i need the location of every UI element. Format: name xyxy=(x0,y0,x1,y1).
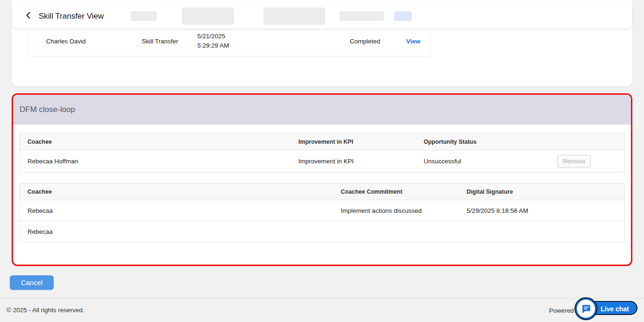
column-header-commitment: Coachee Commitment xyxy=(333,189,459,195)
status-cell: Completed xyxy=(350,37,380,44)
column-header-digital-signature: Digital Signature xyxy=(459,189,624,195)
column-header-coachee: Coachee xyxy=(20,139,291,145)
signature-cell: 5/29/2025 8:16:56 AM xyxy=(459,207,624,214)
coachee-cell: Rebecaa xyxy=(20,207,333,214)
session-date-cell: 5/21/2025 5:29:29 AM xyxy=(197,32,229,50)
column-header-opportunity-status: Opportunity Status xyxy=(416,139,549,145)
commitment-table-header-row: Coachee Coachee Commitment Digital Signa… xyxy=(19,183,625,200)
view-link[interactable]: View xyxy=(406,37,421,44)
cancel-button[interactable]: Cancel xyxy=(10,275,54,290)
coachee-cell: Rebecaa Hoffman xyxy=(20,158,291,165)
coach-name-cell: Charles David xyxy=(46,37,86,44)
kpi-table: Coachee Improvement in KPI Opportunity S… xyxy=(19,133,625,173)
table-row: Rebecaa Hoffman Improvement in KPI Unsuc… xyxy=(19,150,625,173)
column-header-kpi: Improvement in KPI xyxy=(291,139,415,145)
copyright-text: © 2025 - All rights reserved. xyxy=(7,307,84,314)
column-header-coachee: Coachee xyxy=(20,189,333,195)
obscured-action-header xyxy=(394,11,412,21)
page-header-bar: Skill Transfer View xyxy=(12,4,632,28)
commitment-cell: Implement actions discussed xyxy=(333,207,459,214)
chat-bubble-icon[interactable] xyxy=(575,298,596,319)
opportunity-status-cell: Unsuccessful xyxy=(416,158,549,165)
actions-cell: Remove xyxy=(549,155,624,168)
skill-transfer-table: Charles David Skill Transfer 5/21/2025 5… xyxy=(28,25,431,56)
kpi-cell: Improvement in KPI xyxy=(291,158,415,165)
obscured-column-header xyxy=(131,11,157,21)
dfm-card-title: DFM close-loop xyxy=(20,105,75,114)
footer: © 2025 - All rights reserved. Powered by… xyxy=(0,298,644,322)
table-row: Rebecaa Implement actions discussed 5/29… xyxy=(19,200,625,221)
coachee-cell: Rebecaa xyxy=(20,228,333,235)
dfm-close-loop-card: DFM close-loop Coachee Improvement in KP… xyxy=(12,93,632,266)
dfm-card-body: Coachee Improvement in KPI Opportunity S… xyxy=(13,125,631,242)
remove-button[interactable]: Remove xyxy=(557,155,591,168)
obscured-column-header xyxy=(263,7,325,25)
obscured-column-header xyxy=(339,11,384,21)
back-button[interactable] xyxy=(25,12,32,21)
table-row: Rebecaa xyxy=(19,221,625,242)
obscured-column-header xyxy=(182,7,234,25)
commitment-table: Coachee Coachee Commitment Digital Signa… xyxy=(19,183,625,242)
dfm-card-header: DFM close-loop xyxy=(13,95,631,125)
page-title: Skill Transfer View xyxy=(39,12,104,21)
kpi-table-header-row: Coachee Improvement in KPI Opportunity S… xyxy=(19,133,625,150)
time-line: 5:29:29 AM xyxy=(197,42,229,49)
chevron-left-icon xyxy=(25,12,32,21)
date-line: 5/21/2025 xyxy=(197,33,225,40)
session-type-cell: Skill Transfer xyxy=(142,37,178,44)
live-chat-widget[interactable]: Live chat xyxy=(575,297,639,321)
